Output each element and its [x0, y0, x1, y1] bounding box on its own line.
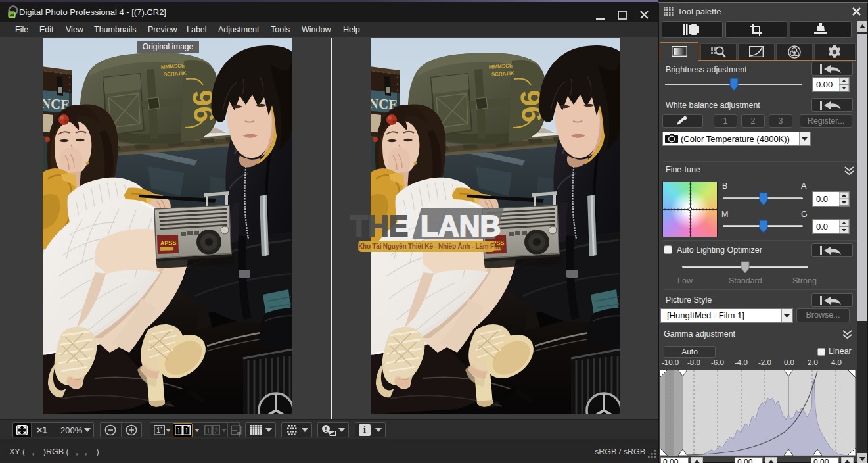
- svg-text:*: *: [160, 426, 162, 431]
- svg-text:1: 1: [177, 427, 181, 435]
- svg-text:*: *: [187, 425, 189, 430]
- svg-text:1: 1: [206, 427, 210, 435]
- svg-text:!: !: [325, 426, 327, 433]
- svg-text:2: 2: [214, 427, 218, 435]
